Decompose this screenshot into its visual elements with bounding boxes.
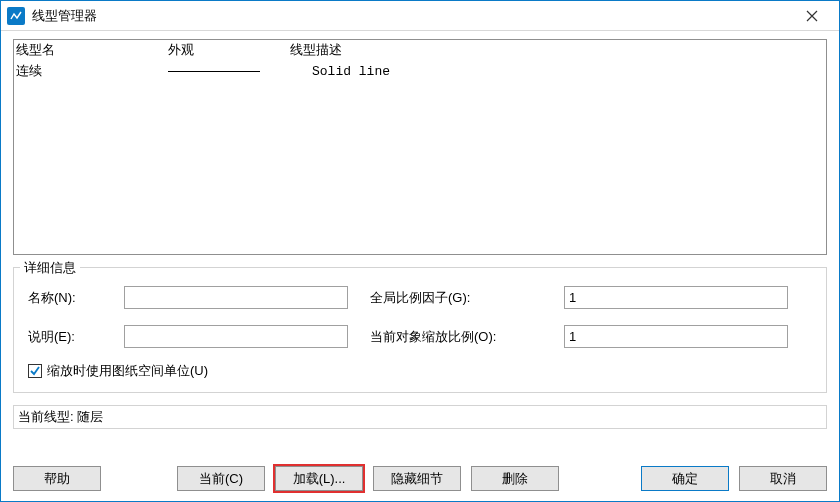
desc-field[interactable] xyxy=(124,325,348,348)
linetype-manager-window: 线型管理器 线型名 外观 线型描述 连续 Solid line 详细信息 名称(… xyxy=(0,0,840,502)
list-header: 线型名 外观 线型描述 xyxy=(14,40,826,60)
details-fieldset: 详细信息 名称(N): 全局比例因子(G): 说明(E): 当前对象缩放比例(O… xyxy=(13,267,827,393)
close-button[interactable] xyxy=(791,2,833,30)
global-scale-label: 全局比例因子(G): xyxy=(370,289,542,307)
col-header-name[interactable]: 线型名 xyxy=(16,41,168,59)
col-header-look[interactable]: 外观 xyxy=(168,41,290,59)
delete-button[interactable]: 删除 xyxy=(471,466,559,491)
details-legend: 详细信息 xyxy=(20,259,80,277)
paperspace-checkbox-row[interactable]: 缩放时使用图纸空间单位(U) xyxy=(28,362,812,380)
current-linetype-status: 当前线型: 随层 xyxy=(13,405,827,429)
cancel-button[interactable]: 取消 xyxy=(739,466,827,491)
window-title: 线型管理器 xyxy=(32,7,791,25)
button-row: 帮助 当前(C) 加载(L)... 隐藏细节 删除 确定 取消 xyxy=(1,466,839,501)
checkbox-icon xyxy=(28,364,42,378)
line-sample-icon xyxy=(168,71,260,72)
row-name: 连续 xyxy=(16,62,168,80)
hide-details-button[interactable]: 隐藏细节 xyxy=(373,466,461,491)
content-area: 线型名 外观 线型描述 连续 Solid line 详细信息 名称(N): 全局… xyxy=(1,31,839,466)
close-icon xyxy=(806,10,818,22)
linetype-list[interactable]: 线型名 外观 线型描述 连续 Solid line xyxy=(13,39,827,255)
load-button[interactable]: 加载(L)... xyxy=(275,466,363,491)
col-header-desc[interactable]: 线型描述 xyxy=(290,41,826,59)
current-scale-field[interactable] xyxy=(564,325,788,348)
ok-button[interactable]: 确定 xyxy=(641,466,729,491)
row-look xyxy=(168,71,290,72)
row-desc: Solid line xyxy=(290,64,826,79)
titlebar: 线型管理器 xyxy=(1,1,839,31)
table-row[interactable]: 连续 Solid line xyxy=(14,60,826,82)
current-button[interactable]: 当前(C) xyxy=(177,466,265,491)
desc-label: 说明(E): xyxy=(28,328,102,346)
name-field[interactable] xyxy=(124,286,348,309)
app-icon xyxy=(7,7,25,25)
current-scale-label: 当前对象缩放比例(O): xyxy=(370,328,542,346)
help-button[interactable]: 帮助 xyxy=(13,466,101,491)
paperspace-checkbox-label: 缩放时使用图纸空间单位(U) xyxy=(47,362,208,380)
global-scale-field[interactable] xyxy=(564,286,788,309)
name-label: 名称(N): xyxy=(28,289,102,307)
